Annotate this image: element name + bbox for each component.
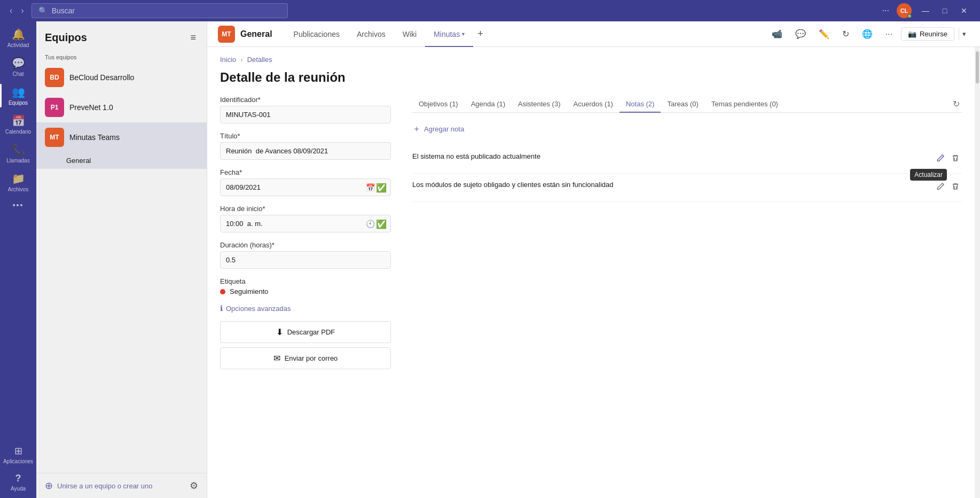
team-item-p1[interactable]: P1 PreveNet 1.0 ··· <box>36 92 207 122</box>
note-delete-button-1[interactable] <box>949 152 962 167</box>
sidebar-item-activity[interactable]: 🔔 Actividad <box>0 24 36 52</box>
add-tab-button[interactable]: + <box>473 21 488 47</box>
back-button[interactable]: ‹ <box>6 4 15 18</box>
window-controls: — □ ✕ <box>916 3 974 18</box>
meet-camera-icon: 📷 <box>908 30 916 38</box>
tab-wiki[interactable]: Wiki <box>394 21 425 47</box>
form-label-time: Hora de inicio* <box>220 205 391 213</box>
header-more-icon[interactable]: ··· <box>881 26 897 42</box>
settings-button[interactable]: ⚙ <box>190 480 198 492</box>
form-input-title[interactable] <box>220 142 391 160</box>
opciones-avanzadas-link[interactable]: ℹ Opciones avanzadas <box>220 304 391 313</box>
form-field-title: Título* <box>220 132 391 160</box>
close-button[interactable]: ✕ <box>954 3 974 18</box>
calendar-label: Calendario <box>5 129 31 135</box>
breadcrumb: Inicio › Detalles <box>207 47 975 68</box>
channel-avatar: MT <box>218 26 235 43</box>
detail-tab-objetivos[interactable]: Objetivos (1) <box>412 96 465 112</box>
avatar[interactable]: CL <box>897 3 912 18</box>
note-delete-button-2[interactable] <box>949 180 962 195</box>
form-field-duration: Duración (horas)* <box>220 241 391 269</box>
tooltip-container-1: Actualizar <box>934 152 947 167</box>
refresh-icon[interactable]: ↻ <box>838 26 853 42</box>
add-note-button[interactable]: ＋ Agregar nota <box>412 121 464 137</box>
maximize-button[interactable]: □ <box>935 3 954 18</box>
download-pdf-button[interactable]: ⬇ Descargar PDF <box>220 321 391 343</box>
detail-tab-notas[interactable]: Notas (2) <box>620 96 661 112</box>
meet-dropdown-button[interactable]: ▾ <box>959 28 969 40</box>
join-team-link[interactable]: ⊕ Unirse a un equipo o crear uno <box>45 480 153 492</box>
channel-name-general: General <box>66 157 91 165</box>
detail-tab-asistentes[interactable]: Asistentes (3) <box>512 96 567 112</box>
tab-refresh-button[interactable]: ↻ <box>951 97 962 111</box>
chat-bubble-icon[interactable]: 💬 <box>791 26 810 42</box>
files-label: Archivos <box>8 186 28 192</box>
channel-item-general[interactable]: General <box>36 152 207 169</box>
sidebar-item-chat[interactable]: 💬 Chat <box>0 52 36 81</box>
meet-button[interactable]: 📷 Reunirse <box>901 27 954 41</box>
sidebar: Equipos ≡ Tus equipos BD BeCloud Desarro… <box>36 21 207 498</box>
etiqueta-text: Seguimiento <box>230 287 268 295</box>
activity-icon: 🔔 <box>12 28 25 41</box>
sidebar-item-help[interactable]: ? Ayuda <box>0 469 36 496</box>
note-edit-button-2[interactable] <box>934 180 947 195</box>
calls-icon: 📞 <box>12 143 25 156</box>
more-icon: ••• <box>13 201 24 209</box>
status-dot <box>907 14 912 18</box>
form-label-id: Identificador* <box>220 96 391 104</box>
detail-layout: Identificador* Título* Fecha* 📅 <box>207 96 975 498</box>
title-bar-left: ‹ › 🔍 <box>6 3 288 18</box>
page-title: Detalle de la reunión <box>207 68 975 96</box>
form-input-date[interactable] <box>220 178 391 196</box>
tab-minutas[interactable]: Minutas ▾ <box>425 21 473 47</box>
sidebar-bottom: ⊕ Unirse a un equipo o crear uno ⚙ <box>36 473 207 498</box>
note-text-2: Los módulos de sujeto obligado y cliente… <box>412 180 930 190</box>
sidebar-item-teams[interactable]: 👥 Equipos <box>0 81 36 110</box>
note-edit-button-1[interactable] <box>934 152 947 167</box>
search-bar[interactable]: 🔍 <box>32 3 288 18</box>
detail-tab-temas[interactable]: Temas pendientes (0) <box>705 96 785 112</box>
tab-dropdown-icon: ▾ <box>462 31 465 37</box>
note-text-1: El sistema no está publicado actualmente <box>412 152 930 161</box>
detail-tab-tareas[interactable]: Tareas (0) <box>661 96 705 112</box>
minimize-button[interactable]: — <box>916 3 935 18</box>
breadcrumb-home[interactable]: Inicio <box>220 56 236 64</box>
info-icon: ℹ <box>220 304 223 313</box>
note-item-2: Los módulos de sujeto obligado y cliente… <box>412 174 962 202</box>
form-field-time: Hora de inicio* 🕙 ✅ <box>220 205 391 232</box>
chat-label: Chat <box>12 71 23 77</box>
form-input-time[interactable] <box>220 215 391 232</box>
send-email-button[interactable]: ✉ Enviar por correo <box>220 347 391 369</box>
activity-label: Actividad <box>7 42 29 48</box>
sidebar-item-apps[interactable]: ⊞ Aplicaciones <box>0 441 36 469</box>
channel-title: General <box>240 29 272 39</box>
sidebar-filter-button[interactable]: ≡ <box>188 30 198 45</box>
team-name-mt: Minutas Teams <box>69 133 179 142</box>
search-input[interactable] <box>52 6 281 15</box>
form-input-duration[interactable] <box>220 251 391 269</box>
header-actions: 📹 💬 ✏️ ↻ 🌐 ··· 📷 Reunirse ▾ <box>767 26 969 42</box>
tab-publicaciones[interactable]: Publicaciones <box>285 21 348 47</box>
sidebar-item-files[interactable]: 📁 Archivos <box>0 168 36 197</box>
edit-icon[interactable]: ✏️ <box>814 26 834 42</box>
more-button[interactable]: ··· <box>879 4 892 18</box>
channel-header: MT General Publicaciones Archivos Wiki M… <box>207 21 980 47</box>
detail-tab-acuerdos[interactable]: Acuerdos (1) <box>567 96 620 112</box>
form-input-id[interactable] <box>220 106 391 123</box>
forward-button[interactable]: › <box>18 4 27 18</box>
tab-archivos[interactable]: Archivos <box>348 21 394 47</box>
scroll-track[interactable] <box>975 47 980 498</box>
team-item-mt[interactable]: MT Minutas Teams ··· <box>36 122 207 152</box>
nav-buttons: ‹ › <box>6 4 27 18</box>
team-item-bd[interactable]: BD BeCloud Desarrollo ··· <box>36 63 207 92</box>
sidebar-item-calls[interactable]: 📞 Llamadas <box>0 139 36 168</box>
sidebar-item-calendar[interactable]: 📅 Calendario <box>0 110 36 139</box>
detail-tab-agenda[interactable]: Agenda (1) <box>465 96 512 112</box>
detail-form: Identificador* Título* Fecha* 📅 <box>220 96 391 485</box>
scroll-thumb[interactable] <box>976 51 979 83</box>
detail-tabs: Objetivos (1) Agenda (1) Asistentes (3) … <box>412 96 962 113</box>
sidebar-item-more[interactable]: ••• <box>0 197 36 214</box>
globe-icon[interactable]: 🌐 <box>858 26 877 42</box>
date-input-wrapper: 📅 ✅ <box>220 178 391 196</box>
video-call-icon[interactable]: 📹 <box>767 26 787 42</box>
